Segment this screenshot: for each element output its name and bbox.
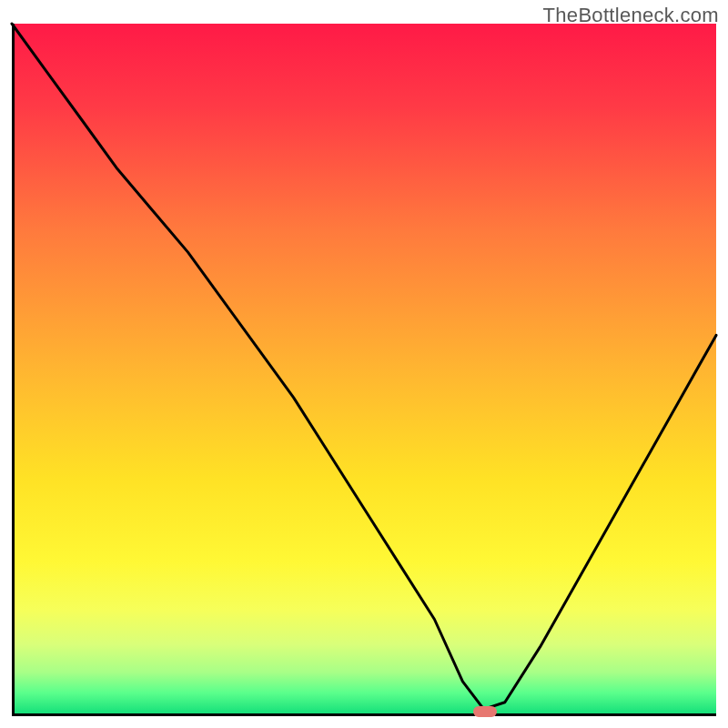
optimal-marker — [473, 706, 497, 717]
watermark-text: TheBottleneck.com — [543, 4, 719, 27]
axes-frame — [12, 24, 716, 716]
chart-stage: TheBottleneck.com — [0, 0, 728, 728]
